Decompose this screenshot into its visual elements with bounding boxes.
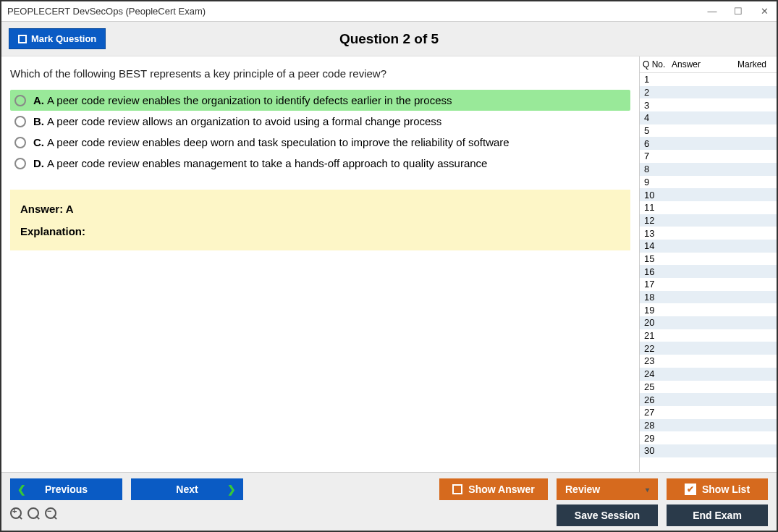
row-qno: 25 xyxy=(644,381,673,392)
maximize-icon[interactable]: ☐ xyxy=(732,6,745,17)
next-button[interactable]: Next ❯ xyxy=(131,478,243,500)
question-row[interactable]: 21 xyxy=(640,329,777,342)
row-qno: 14 xyxy=(644,240,673,251)
row-qno: 5 xyxy=(644,125,673,136)
question-row[interactable]: 10 xyxy=(640,188,777,201)
question-row[interactable]: 12 xyxy=(640,214,777,227)
row-qno: 11 xyxy=(644,202,673,213)
question-row[interactable]: 23 xyxy=(640,355,777,368)
window-controls: — ☐ ✕ xyxy=(706,6,771,17)
question-row[interactable]: 22 xyxy=(640,342,777,355)
option-d[interactable]: D.A peer code review enables management … xyxy=(10,153,630,174)
row-qno: 30 xyxy=(644,445,673,456)
answer-box: Answer: A Explanation: xyxy=(10,190,630,250)
row-qno: 10 xyxy=(644,190,673,200)
question-row[interactable]: 20 xyxy=(640,316,777,329)
question-row[interactable]: 6 xyxy=(640,137,777,150)
window-title: PEOPLECERT DevSecOps (PeopleCert Exam) xyxy=(7,6,206,17)
question-row[interactable]: 28 xyxy=(640,419,777,432)
question-row[interactable]: 11 xyxy=(640,201,777,214)
title-bar: PEOPLECERT DevSecOps (PeopleCert Exam) —… xyxy=(1,1,777,22)
row-qno: 13 xyxy=(644,228,673,239)
row-qno: 19 xyxy=(644,305,673,316)
previous-button[interactable]: ❮ Previous xyxy=(10,478,122,500)
end-exam-label: End Exam xyxy=(693,510,742,521)
question-row[interactable]: 26 xyxy=(640,393,777,406)
end-exam-button[interactable]: End Exam xyxy=(667,504,768,526)
close-icon[interactable]: ✕ xyxy=(758,6,771,17)
question-row[interactable]: 13 xyxy=(640,227,777,240)
question-row[interactable]: 8 xyxy=(640,163,777,176)
chevron-left-icon: ❮ xyxy=(17,484,26,495)
option-letter: C. xyxy=(33,136,44,148)
question-row[interactable]: 1 xyxy=(640,73,777,86)
show-list-button[interactable]: ✔ Show List xyxy=(667,478,768,500)
question-row[interactable]: 4 xyxy=(640,111,777,124)
next-label: Next xyxy=(176,484,198,495)
question-row[interactable]: 2 xyxy=(640,86,777,99)
row-qno: 29 xyxy=(644,433,673,444)
option-c[interactable]: C.A peer code review enables deep worn a… xyxy=(10,132,630,153)
option-b[interactable]: B.A peer code review allows an organizat… xyxy=(10,111,630,132)
zoom-out-icon[interactable]: − xyxy=(45,507,58,524)
option-a[interactable]: A.A peer code review enables the organiz… xyxy=(10,90,630,111)
row-qno: 20 xyxy=(644,317,673,328)
zoom-in-icon[interactable]: + xyxy=(10,507,23,524)
show-list-label: Show List xyxy=(702,484,750,495)
question-counter: Question 2 of 5 xyxy=(339,31,439,47)
footer-row-2: + − Save Session End Exam xyxy=(10,504,768,526)
question-row[interactable]: 7 xyxy=(640,150,777,163)
col-answer: Answer xyxy=(672,59,737,69)
row-qno: 16 xyxy=(644,266,673,277)
question-row[interactable]: 30 xyxy=(640,444,777,457)
checkbox-icon xyxy=(452,484,462,494)
save-session-button[interactable]: Save Session xyxy=(557,504,658,526)
zoom-reset-icon[interactable] xyxy=(28,507,41,524)
review-dropdown[interactable]: Review ▾ xyxy=(557,478,658,500)
question-row[interactable]: 19 xyxy=(640,303,777,316)
sidebar-rows[interactable]: 1234567891011121314151617181920212223242… xyxy=(640,73,777,472)
row-qno: 1 xyxy=(644,74,673,85)
row-qno: 23 xyxy=(644,355,673,366)
question-row[interactable]: 27 xyxy=(640,406,777,419)
radio-icon xyxy=(14,137,26,148)
question-row[interactable]: 3 xyxy=(640,98,777,111)
row-qno: 24 xyxy=(644,368,673,379)
row-qno: 28 xyxy=(644,420,673,431)
question-row[interactable]: 14 xyxy=(640,240,777,253)
mark-question-button[interactable]: Mark Question xyxy=(9,28,106,49)
row-qno: 26 xyxy=(644,394,673,405)
chevron-down-icon: ▾ xyxy=(646,486,649,494)
question-row[interactable]: 17 xyxy=(640,278,777,291)
radio-icon xyxy=(14,116,26,127)
option-text: A peer code review allows an organizatio… xyxy=(47,115,441,127)
col-qno: Q No. xyxy=(643,59,672,69)
question-row[interactable]: 15 xyxy=(640,253,777,266)
option-letter: A. xyxy=(33,94,44,106)
question-row[interactable]: 5 xyxy=(640,124,777,138)
row-qno: 12 xyxy=(644,215,673,226)
question-row[interactable]: 25 xyxy=(640,381,777,394)
question-text: Which of the following BEST represents a… xyxy=(10,67,630,80)
option-text: A peer code review enables deep worn and… xyxy=(47,136,509,148)
minimize-icon[interactable]: — xyxy=(706,6,719,17)
row-qno: 9 xyxy=(644,177,673,187)
review-label: Review xyxy=(565,484,600,495)
question-row[interactable]: 29 xyxy=(640,431,777,444)
zoom-controls: + − xyxy=(10,507,58,524)
row-qno: 2 xyxy=(644,87,673,98)
previous-label: Previous xyxy=(45,484,88,495)
question-row[interactable]: 16 xyxy=(640,265,777,278)
question-row[interactable]: 9 xyxy=(640,176,777,189)
footer: ❮ Previous Next ❯ Show Answer Review ▾ ✔… xyxy=(1,472,777,531)
row-qno: 8 xyxy=(644,164,673,174)
show-answer-button[interactable]: Show Answer xyxy=(439,478,548,500)
explanation-label: Explanation: xyxy=(20,225,620,237)
question-row[interactable]: 18 xyxy=(640,291,777,304)
question-row[interactable]: 24 xyxy=(640,368,777,381)
col-marked: Marked xyxy=(737,59,774,69)
option-text: A peer code review enables management to… xyxy=(47,157,487,169)
mark-question-label: Mark Question xyxy=(31,33,96,44)
radio-icon xyxy=(14,158,26,169)
options-list: A.A peer code review enables the organiz… xyxy=(10,90,630,174)
